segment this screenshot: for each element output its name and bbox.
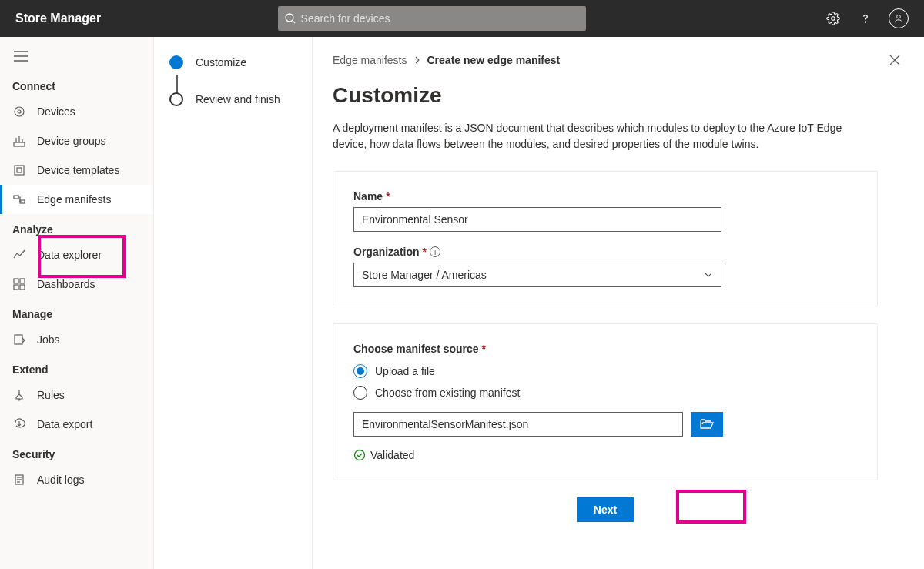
svg-line-1	[293, 21, 295, 23]
sidebar-item-dashboards[interactable]: Dashboards	[0, 269, 153, 299]
sidebar: Connect Devices Device groups Device tem…	[0, 37, 154, 569]
search-input[interactable]	[301, 12, 580, 25]
svg-rect-16	[14, 196, 18, 199]
card-basic-info: Name * Organization * i Store Manager / …	[333, 171, 878, 306]
search-icon	[284, 12, 296, 25]
jobs-icon	[12, 333, 26, 346]
svg-point-23	[18, 399, 20, 400]
svg-point-8	[15, 107, 24, 116]
sidebar-item-label: Audit logs	[37, 474, 84, 486]
device-templates-icon	[12, 163, 26, 177]
sidebar-item-label: Data explorer	[37, 249, 102, 261]
step-circle-icon	[169, 92, 183, 106]
settings-icon[interactable]	[824, 9, 842, 28]
radio-existing-manifest[interactable]: Choose from existing manifest	[353, 386, 857, 400]
svg-rect-20	[14, 285, 18, 290]
app-title: Store Manager	[15, 12, 101, 25]
sidebar-item-label: Devices	[37, 105, 75, 118]
step-label: Review and finish	[196, 93, 280, 105]
sidebar-item-label: Device groups	[37, 135, 106, 147]
close-icon[interactable]	[889, 54, 901, 69]
page-title: Customize	[333, 83, 878, 108]
step-connector	[176, 75, 178, 94]
svg-rect-18	[14, 279, 18, 283]
user-avatar[interactable]	[889, 8, 909, 28]
radio-label: Upload a file	[375, 365, 435, 377]
file-name-field[interactable]: EnvironmentalSensorManifest.json	[353, 412, 683, 437]
sidebar-item-label: Dashboards	[37, 278, 95, 290]
sidebar-item-devices[interactable]: Devices	[0, 97, 153, 126]
svg-point-31	[355, 450, 365, 460]
sidebar-item-data-explorer[interactable]: Data explorer	[0, 240, 153, 269]
hamburger-icon[interactable]	[0, 45, 153, 71]
svg-point-2	[832, 17, 835, 21]
validated-status: Validated	[353, 449, 857, 461]
organization-select[interactable]: Store Manager / Americas	[353, 263, 721, 287]
device-groups-icon	[12, 134, 26, 148]
info-icon[interactable]: i	[430, 246, 440, 257]
svg-rect-10	[14, 142, 25, 146]
required-asterisk: *	[423, 246, 427, 258]
sidebar-item-label: Jobs	[37, 333, 60, 346]
svg-rect-14	[15, 166, 24, 175]
name-input[interactable]	[353, 207, 721, 232]
svg-point-4	[897, 15, 901, 18]
sidebar-item-device-templates[interactable]: Device templates	[0, 156, 153, 185]
dashboards-icon	[12, 277, 26, 291]
sidebar-item-device-groups[interactable]: Device groups	[0, 126, 153, 156]
page-description: A deployment manifest is a JSON document…	[333, 120, 878, 152]
sidebar-item-label: Edge manifests	[37, 193, 112, 206]
next-button[interactable]: Next	[577, 497, 634, 522]
sidebar-item-data-export[interactable]: Data export	[0, 410, 153, 439]
svg-rect-15	[17, 168, 22, 172]
required-asterisk: *	[482, 343, 486, 355]
svg-point-3	[865, 22, 865, 22]
step-customize[interactable]: Customize	[169, 55, 296, 69]
section-manage: Manage	[0, 299, 153, 325]
svg-rect-22	[15, 335, 22, 344]
organization-value: Store Manager / Americas	[362, 269, 487, 281]
svg-point-0	[286, 14, 293, 22]
devices-icon	[12, 105, 26, 119]
breadcrumb-parent[interactable]: Edge manifests	[333, 54, 407, 66]
validated-label: Validated	[370, 449, 414, 461]
svg-point-9	[18, 110, 21, 113]
top-bar: Store Manager	[0, 0, 924, 37]
sidebar-item-audit-logs[interactable]: Audit logs	[0, 465, 153, 494]
card-manifest-source: Choose manifest source * Upload a file C…	[333, 323, 878, 480]
radio-icon	[353, 386, 367, 400]
svg-rect-21	[20, 285, 25, 290]
rules-icon	[12, 388, 26, 402]
source-label: Choose manifest source *	[353, 343, 857, 355]
name-label: Name *	[353, 190, 857, 202]
breadcrumb: Edge manifests Create new edge manifest	[333, 54, 878, 66]
data-export-icon	[12, 417, 26, 431]
section-analyze: Analyze	[0, 214, 153, 240]
sidebar-item-rules[interactable]: Rules	[0, 380, 153, 410]
radio-label: Choose from existing manifest	[375, 387, 520, 399]
sidebar-item-jobs[interactable]: Jobs	[0, 325, 153, 354]
breadcrumb-current: Create new edge manifest	[427, 54, 561, 66]
radio-icon	[353, 364, 367, 378]
folder-open-icon	[700, 419, 714, 430]
browse-button[interactable]	[691, 412, 723, 437]
required-asterisk: *	[386, 190, 390, 202]
step-label: Customize	[196, 56, 246, 69]
sidebar-item-edge-manifests[interactable]: Edge manifests	[0, 185, 153, 214]
section-extend: Extend	[0, 354, 153, 380]
step-review[interactable]: Review and finish	[169, 92, 296, 106]
section-security: Security	[0, 439, 153, 465]
svg-rect-19	[20, 279, 25, 283]
main-panel: Edge manifests Create new edge manifest …	[313, 37, 924, 569]
sidebar-item-label: Device templates	[37, 164, 119, 176]
wizard-steps: Customize Review and finish	[154, 37, 313, 569]
search-box[interactable]	[278, 6, 586, 31]
section-connect: Connect	[0, 71, 153, 97]
edge-manifests-icon	[12, 192, 26, 206]
radio-upload-file[interactable]: Upload a file	[353, 364, 857, 378]
checkmark-circle-icon	[353, 449, 366, 461]
help-icon[interactable]	[856, 9, 875, 28]
sidebar-item-label: Data export	[37, 418, 92, 430]
sidebar-item-label: Rules	[37, 389, 65, 401]
chevron-right-icon	[413, 56, 421, 64]
